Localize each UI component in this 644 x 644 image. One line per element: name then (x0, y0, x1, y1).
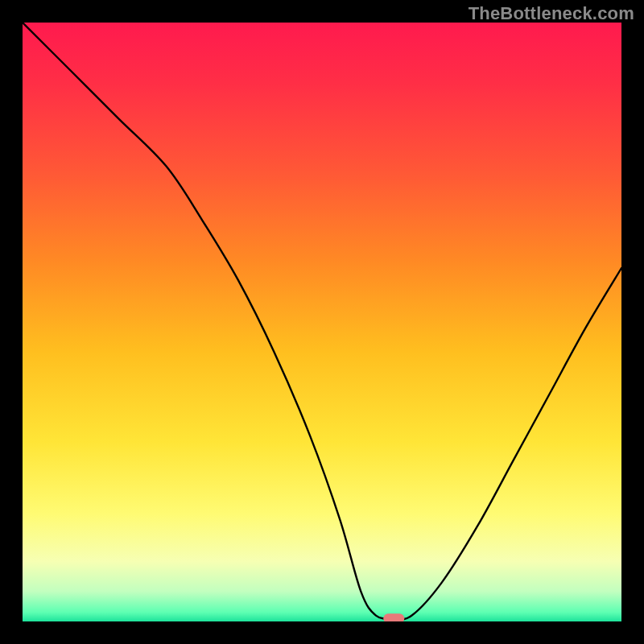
watermark-text: TheBottleneck.com (469, 3, 634, 24)
chart-svg (23, 23, 621, 621)
optimal-marker (383, 613, 404, 621)
chart-frame: TheBottleneck.com (0, 0, 644, 644)
plot-area (23, 23, 621, 621)
